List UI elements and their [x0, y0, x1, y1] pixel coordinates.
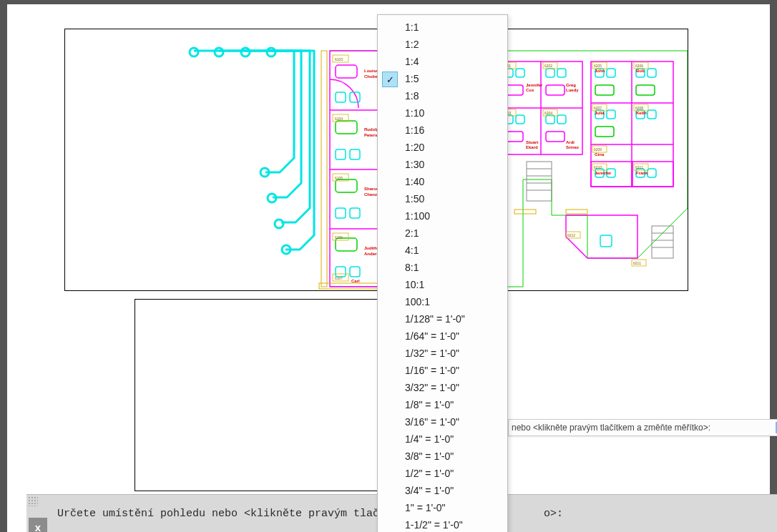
svg-text:Judith: Judith — [364, 246, 377, 250]
svg-rect-16 — [336, 149, 346, 159]
command-close-button[interactable]: x — [29, 518, 47, 532]
scale-option[interactable]: 1/2" = 1'-0" — [378, 465, 507, 482]
svg-text:6202: 6202 — [544, 64, 552, 68]
svg-rect-82 — [595, 85, 614, 95]
svg-rect-57 — [546, 132, 565, 142]
scale-option[interactable]: 4:1 — [378, 242, 507, 259]
svg-text:Frank: Frank — [636, 171, 648, 175]
svg-point-6 — [275, 220, 283, 228]
scale-option[interactable]: 10:1 — [378, 276, 507, 293]
scale-option[interactable]: 1-1/2" = 1'-0" — [378, 516, 507, 532]
scale-option[interactable]: 1:4 — [378, 53, 507, 70]
scale-option[interactable]: 1:8 — [378, 87, 507, 104]
scale-option-label: 1:16 — [405, 124, 424, 136]
svg-rect-130 — [321, 51, 327, 287]
scale-option-label: 1:2 — [405, 39, 419, 50]
tooltip-text: nebo <klikněte pravým tlačítkem a změňte… — [512, 423, 710, 433]
scale-option[interactable]: 1:2 — [378, 36, 507, 53]
svg-text:Jennifer: Jennifer — [526, 83, 543, 87]
svg-text:6206: 6206 — [635, 64, 643, 68]
svg-rect-15 — [336, 121, 357, 134]
scale-option[interactable]: 3/16" = 1'-0" — [378, 413, 507, 430]
scale-option-label: 1:1 — [405, 21, 419, 33]
svg-point-1 — [215, 48, 223, 56]
svg-text:Julia: Julia — [595, 111, 605, 115]
scale-option[interactable]: 1:30 — [378, 156, 507, 173]
scale-option[interactable]: 8:1 — [378, 259, 507, 276]
scale-option[interactable]: 1/128" = 1'-0" — [378, 310, 507, 327]
scale-option-label: 1/32" = 1'-0" — [405, 348, 459, 359]
svg-rect-88 — [595, 127, 614, 137]
svg-text:6106: 6106 — [335, 235, 343, 240]
svg-text:6204: 6204 — [544, 111, 552, 115]
scale-option[interactable]: 1" = 1'-0" — [378, 499, 507, 516]
close-icon: x — [35, 521, 41, 533]
scale-option[interactable]: 1/32" = 1'-0" — [378, 345, 507, 362]
svg-rect-19 — [336, 208, 346, 218]
scale-option[interactable]: 1/4" = 1'-0" — [378, 430, 507, 448]
svg-text:Bob: Bob — [636, 69, 645, 73]
scale-option[interactable]: ✓1:5 — [378, 70, 507, 87]
scale-option-label: 1:50 — [405, 193, 424, 205]
scale-option[interactable]: 1:20 — [378, 139, 507, 156]
scale-option[interactable]: 1/8" = 1'-0" — [378, 396, 507, 413]
scale-option[interactable]: 1:1 — [378, 19, 507, 36]
layout-sheet-1: 6103 LouisaCholms 6104 RudolphPeterson 6… — [64, 29, 688, 291]
svg-text:Greg: Greg — [566, 83, 576, 87]
scale-option-label: 1:4 — [405, 56, 419, 67]
svg-rect-49 — [546, 69, 554, 77]
svg-rect-22 — [336, 267, 346, 277]
svg-text:6211: 6211 — [635, 165, 643, 169]
svg-rect-17 — [350, 149, 360, 159]
svg-text:6205: 6205 — [594, 64, 602, 68]
scale-option[interactable]: 2:1 — [378, 225, 507, 242]
scale-option[interactable]: 3/32" = 1'-0" — [378, 379, 507, 396]
svg-rect-116 — [527, 162, 552, 201]
svg-text:Carl: Carl — [351, 279, 360, 283]
scale-option[interactable]: 1:40 — [378, 173, 507, 190]
scale-option[interactable]: 1/16" = 1'-0" — [378, 362, 507, 379]
svg-rect-121 — [652, 226, 673, 258]
scale-option[interactable]: 1:10 — [378, 104, 507, 122]
svg-text:Cox: Cox — [526, 88, 534, 92]
scale-option-label: 1:40 — [405, 176, 424, 187]
scale-option-label: 1:30 — [405, 159, 424, 170]
floorplan-sheet-1: 6103 LouisaCholms 6104 RudolphPeterson 6… — [65, 29, 688, 290]
svg-rect-53 — [516, 115, 524, 124]
scale-option-label: 1/4" = 1'-0" — [405, 433, 454, 445]
scale-option[interactable]: 3/4" = 1'-0" — [378, 482, 507, 499]
svg-text:Stuart: Stuart — [526, 140, 538, 144]
svg-text:6212: 6212 — [567, 233, 575, 237]
svg-rect-94 — [648, 169, 656, 177]
scale-dropdown[interactable]: 1:11:21:4✓1:51:81:101:161:201:301:401:50… — [377, 14, 508, 532]
svg-rect-133 — [566, 210, 587, 214]
scale-option[interactable]: 100:1 — [378, 293, 507, 310]
scale-option-label: 1-1/2" = 1'-0" — [405, 519, 463, 531]
scale-option[interactable]: 1:16 — [378, 122, 507, 139]
scale-option-label: 1:10 — [405, 107, 424, 119]
svg-text:6103: 6103 — [335, 57, 343, 61]
scale-option-label: 1/2" = 1'-0" — [405, 468, 454, 479]
scale-option-label: 1" = 1'-0" — [405, 502, 446, 513]
scale-option-label: 2:1 — [405, 227, 419, 239]
scale-option[interactable]: 1:50 — [378, 190, 507, 207]
scale-option-label: 1/8" = 1'-0" — [405, 399, 454, 410]
svg-text:Ekard: Ekard — [526, 145, 538, 149]
scale-option-label: 1/64" = 1'-0" — [405, 330, 459, 342]
svg-point-0 — [190, 48, 198, 56]
scale-option-label: 8:1 — [405, 262, 419, 273]
svg-rect-125 — [600, 235, 612, 247]
svg-text:6105: 6105 — [335, 176, 343, 180]
svg-text:John: John — [595, 69, 605, 73]
scale-option[interactable]: 1:100 — [378, 207, 507, 225]
scale-option[interactable]: 1/64" = 1'-0" — [378, 327, 507, 345]
svg-rect-51 — [546, 85, 565, 95]
scale-option[interactable]: 3/8" = 1'-0" — [378, 448, 507, 465]
scale-option-label: 1/128" = 1'-0" — [405, 313, 465, 325]
scale-option-label: 4:1 — [405, 245, 419, 256]
scale-option-label: 100:1 — [405, 296, 430, 307]
svg-text:6208: 6208 — [635, 106, 643, 110]
scale-option-label: 10:1 — [405, 279, 424, 290]
svg-text:6211: 6211 — [633, 261, 641, 265]
grip-icon — [28, 496, 38, 506]
